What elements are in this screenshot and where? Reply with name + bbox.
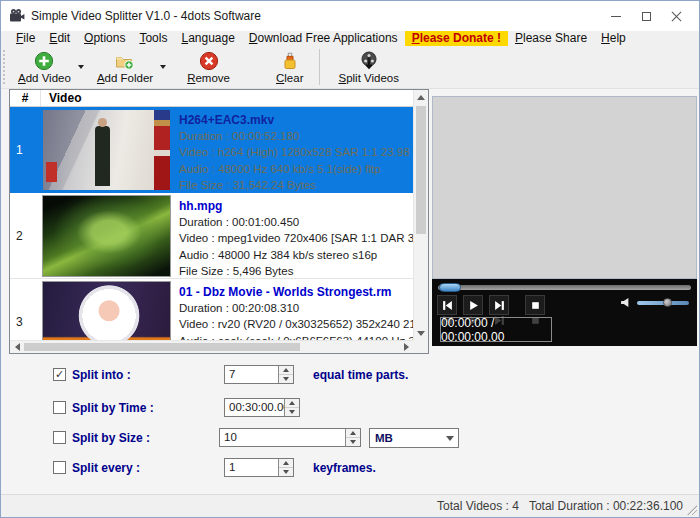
spinner-up-button[interactable] — [279, 366, 293, 375]
split-into-value[interactable]: 7 — [225, 366, 278, 383]
volume-knob[interactable] — [663, 298, 672, 307]
split-into-row: ✓ Split into : 7 equal time parts. — [1, 365, 699, 385]
add-video-dropdown[interactable] — [76, 50, 86, 84]
maximize-icon — [642, 12, 651, 21]
triangle-right-icon — [404, 343, 409, 351]
split-by-time-value[interactable]: 00:30:00.000 — [225, 399, 284, 416]
video-row-2[interactable]: 2 hh.mpg Duration : 00:01:00.450 Video :… — [10, 193, 413, 279]
spinner-down-button[interactable] — [285, 408, 299, 416]
vertical-scroll-thumb[interactable] — [416, 106, 426, 234]
spinner-up-button[interactable] — [279, 459, 293, 468]
video-thumbnail — [43, 110, 170, 190]
player-panel: 00:00:00 / 00:00:00.00 — [432, 279, 697, 346]
play-button[interactable] — [463, 295, 483, 315]
horizontal-scrollbar — [10, 340, 413, 353]
app-window: Simple Video Splitter V1.0 - 4dots Softw… — [0, 0, 700, 518]
split-by-size-spinner[interactable]: 10 — [219, 428, 361, 447]
scrollbar-corner — [413, 340, 428, 353]
video-info: H264+EAC3.mkv Duration : 00:00:52.180 Vi… — [170, 107, 413, 193]
triangle-down-icon — [289, 410, 295, 414]
split-by-size-checkbox[interactable] — [53, 431, 66, 444]
video-filesize: File Size : 5,496 Bytes — [179, 263, 413, 278]
split-by-time-checkbox[interactable] — [53, 401, 66, 414]
speaker-icon — [620, 297, 631, 308]
split-by-size-value[interactable]: 10 — [220, 429, 345, 446]
resize-grip[interactable] — [687, 505, 697, 515]
play-icon — [468, 300, 479, 311]
split-videos-button[interactable]: Split Videos — [333, 49, 404, 86]
horizontal-scroll-thumb[interactable] — [24, 343, 300, 351]
stop-icon — [530, 300, 541, 311]
split-every-spinner[interactable]: 1 — [224, 458, 294, 477]
time-display: 00:00:00 / 00:00:00.00 — [440, 317, 552, 342]
step-back-button[interactable] — [437, 295, 457, 315]
video-info: hh.mpg Duration : 00:01:00.450 Video : m… — [170, 193, 413, 278]
minimize-button[interactable] — [601, 4, 631, 28]
video-filename: hh.mpg — [179, 198, 413, 214]
split-into-spinner[interactable]: 7 — [224, 365, 294, 384]
menu-help[interactable]: Help — [594, 31, 633, 46]
split-by-size-label: Split by Size : — [72, 428, 150, 448]
scroll-up-button[interactable] — [414, 90, 428, 104]
scroll-right-button[interactable] — [399, 341, 413, 353]
menu-download-free-applications[interactable]: Download Free Applications — [242, 31, 405, 46]
add-video-icon — [34, 51, 54, 71]
split-videos-icon — [359, 51, 379, 71]
scroll-left-button[interactable] — [10, 341, 24, 353]
split-by-time-spinner[interactable]: 00:30:00.000 — [224, 398, 300, 417]
split-every-value[interactable]: 1 — [225, 459, 278, 476]
step-forward-button[interactable] — [489, 295, 509, 315]
split-into-checkbox[interactable]: ✓ — [53, 368, 66, 381]
triangle-down-icon — [283, 377, 289, 381]
triangle-left-icon — [15, 343, 20, 351]
spinner-down-button[interactable] — [346, 438, 360, 446]
add-folder-label: Add Folder — [97, 72, 153, 84]
video-filesize: File Size : 31,542.24 Bytes — [179, 177, 413, 193]
add-folder-dropdown[interactable] — [158, 50, 168, 84]
split-by-time-label: Split by Time : — [72, 398, 154, 418]
spinner-up-button[interactable] — [346, 429, 360, 438]
vertical-scrollbar — [413, 90, 428, 340]
menu-please-donate[interactable]: Please Donate ! — [405, 31, 508, 46]
spinner-down-button[interactable] — [279, 468, 293, 476]
seek-bar[interactable] — [438, 285, 691, 290]
volume-slider[interactable] — [637, 301, 689, 305]
status-total-videos: Total Videos : 4 — [437, 499, 519, 513]
video-duration: Duration : 00:20:08.310 — [179, 300, 413, 316]
video-row-3[interactable]: 3 01 - Dbz Movie - Worlds Strongest.rm D… — [10, 279, 413, 340]
menu-edit[interactable]: Edit — [42, 31, 77, 46]
video-audio: Audio : 48000 Hz 640 kb/s 5.1(side) fltp — [179, 161, 413, 177]
triangle-up-icon — [283, 368, 289, 372]
toolbar-grip[interactable] — [3, 50, 5, 84]
video-row-1[interactable]: 1 H264+EAC3.mkv Duration : 00:00:52.180 … — [10, 107, 413, 193]
step-back-icon — [442, 300, 453, 311]
column-header-video: Video — [41, 90, 81, 106]
chevron-down-icon — [446, 436, 454, 441]
split-videos-label: Split Videos — [338, 72, 399, 84]
menu-options[interactable]: Options — [77, 31, 132, 46]
stop-button[interactable] — [525, 295, 545, 315]
menu-language[interactable]: Language — [174, 31, 241, 46]
split-into-suffix: equal time parts. — [313, 365, 408, 385]
split-every-checkbox[interactable] — [53, 461, 66, 474]
add-folder-button[interactable]: Add Folder — [92, 49, 158, 86]
add-video-button[interactable]: Add Video — [13, 49, 76, 86]
remove-button[interactable]: Remove — [182, 49, 235, 86]
spinner-down-button[interactable] — [279, 375, 293, 383]
video-info: 01 - Dbz Movie - Worlds Strongest.rm Dur… — [170, 279, 413, 340]
menu-please-share[interactable]: Please Share — [508, 31, 594, 46]
spinner-up-button[interactable] — [285, 399, 299, 408]
size-unit-dropdown[interactable]: MB — [369, 428, 459, 448]
menu-tools[interactable]: Tools — [132, 31, 174, 46]
size-unit-value: MB — [370, 432, 442, 444]
maximize-button[interactable] — [631, 4, 661, 28]
video-codec: Video : mpeg1video 720x406 [SAR 1:1 DAR … — [179, 230, 413, 246]
seek-handle[interactable] — [439, 283, 461, 292]
scroll-down-button[interactable] — [414, 326, 428, 340]
video-audio: Audio : cook (cook / 0x6B6F6F63) 44100 H… — [179, 333, 413, 340]
clear-button[interactable]: Clear — [271, 49, 309, 86]
menu-file[interactable]: File — [9, 31, 42, 46]
close-button[interactable] — [661, 4, 691, 28]
row-number: 1 — [10, 107, 41, 193]
player-buttons — [437, 295, 545, 315]
